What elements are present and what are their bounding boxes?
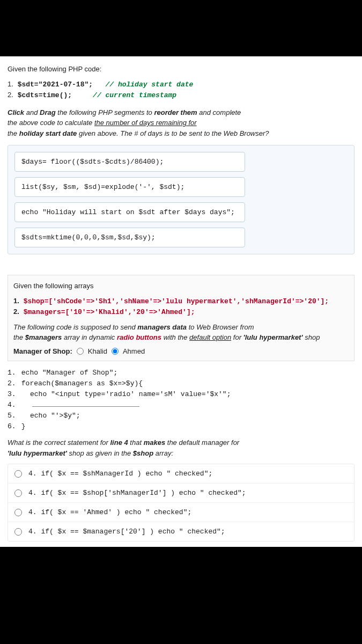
q1-codeline-2: 2. $cdts=time(); // current timestamp	[8, 90, 354, 101]
q2-context-box: Given the following arrays 1. $shop=['sh…	[8, 275, 354, 361]
option-3[interactable]: 4. if( $x == 'Ahmed' ) echo " checked";	[8, 503, 354, 522]
code-blank-line: 4.	[8, 400, 354, 411]
option-4-radio[interactable]	[14, 528, 22, 536]
option-1[interactable]: 4. if( $x == $shManagerId ) echo " check…	[8, 464, 354, 484]
option-3-radio[interactable]	[14, 509, 22, 516]
drag-drop-area[interactable]: $days= floor(($sdts-$cdts)/86400); list(…	[8, 145, 354, 254]
q1-intro: Given the following PHP code:	[8, 64, 354, 75]
drag-block-3[interactable]: echo "Holiday will start on $sdt after $…	[14, 202, 245, 222]
drag-block-2[interactable]: list($sy, $sm, $sd)=explode('-', $sdt);	[14, 177, 245, 197]
page-content: Given the following PHP code: 1. $sdt="2…	[0, 56, 362, 547]
drag-block-4[interactable]: $sdts=mktime(0,0,0,$sm,$sd,$sy);	[14, 228, 245, 247]
q2-description: The following code is supposed to send m…	[13, 322, 348, 343]
radio-ahmed[interactable]	[112, 348, 119, 355]
option-2-radio[interactable]	[14, 489, 22, 497]
q2-array-1: 1. $shop=['shCode'=>'Sh1','shName'=>'lul…	[13, 296, 348, 307]
q2-ask: What is the correct statement for line 4…	[8, 437, 354, 458]
radio-ahmed-label: Ahmed	[123, 347, 145, 355]
option-2[interactable]: 4. if( $x == $shop['shManagerId'] ) echo…	[8, 484, 354, 503]
radio-khalid-label: Khalid	[88, 347, 107, 355]
answer-options: 4. if( $x == $shManagerId ) echo " check…	[8, 464, 354, 541]
radio-khalid[interactable]	[77, 348, 84, 355]
q1-instructions: Click and Drag the following PHP segment…	[8, 107, 354, 139]
drag-block-1[interactable]: $days= floor(($sdts-$cdts)/86400);	[14, 152, 245, 172]
option-1-radio[interactable]	[14, 470, 22, 478]
q2-code-listing: 1. echo "Manager of Shop"; 2. foreach($m…	[8, 368, 354, 433]
q1-codeline-1: 1. $sdt="2021-07-18"; // holiday start d…	[8, 79, 354, 90]
q2-array-2: 2. $managers=['10'=>'Khalid','20'=>'Ahme…	[13, 306, 348, 318]
option-4[interactable]: 4. if( $x == $managers['20'] ) echo " ch…	[8, 522, 354, 541]
manager-radio-demo: Manager of Shop: Khalid Ahmed	[13, 347, 348, 355]
q2-intro: Given the following arrays	[13, 281, 348, 291]
